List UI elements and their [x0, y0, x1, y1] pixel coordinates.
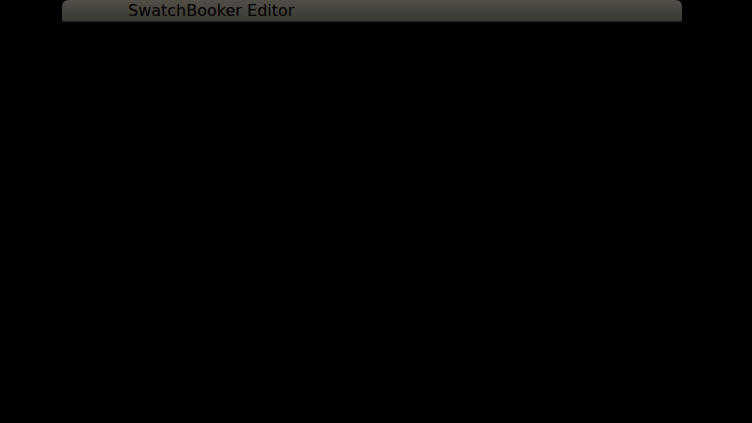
- license-input[interactable]: org/licenses/by-sa/3.0/: [62, 365, 138, 385]
- main-content: Information Title: ple swatch book l10n …: [62, 41, 682, 423]
- window-controls: [75, 4, 128, 17]
- license-label: License:: [62, 346, 682, 365]
- menu-view[interactable]: View: [89, 22, 127, 41]
- menubar: FileViewSettingsAbout: [62, 22, 682, 41]
- title-input[interactable]: ple swatch book: [62, 79, 136, 99]
- maximize-button[interactable]: [115, 4, 128, 17]
- menu-file[interactable]: File: [62, 22, 89, 41]
- color-profiles-header: Color profiles: [62, 385, 682, 404]
- title-label: Title:: [62, 60, 682, 79]
- rights-l10n-button[interactable]: l10n: [62, 327, 682, 346]
- minimize-button[interactable]: [95, 4, 108, 17]
- desktop-background: SwatchBooker Editor FileViewSettingsAbou…: [0, 0, 752, 423]
- rights-textarea[interactable]: © Olivier Berten, 2010 - Some Rights Res…: [62, 240, 179, 327]
- color-profile-item[interactable]: Fogra27L CMYK Coated Pr...: [62, 404, 183, 423]
- menu-settings[interactable]: Settings: [127, 22, 193, 41]
- menu-about[interactable]: About: [192, 22, 239, 41]
- description-textarea[interactable]: Here is an incomplete sample swatch book: [62, 137, 179, 202]
- close-button[interactable]: [75, 4, 88, 17]
- rights-label: Rights:: [62, 221, 682, 240]
- title-l10n-button[interactable]: l10n: [62, 99, 682, 118]
- window-title: SwatchBooker Editor: [128, 1, 294, 20]
- titlebar[interactable]: SwatchBooker Editor: [62, 0, 682, 22]
- description-label: Description:: [62, 118, 682, 137]
- color-profiles-list[interactable]: Fogra27L CMYK Coated Pr...: [62, 404, 183, 423]
- app-window: SwatchBooker Editor FileViewSettingsAbou…: [62, 0, 682, 417]
- information-header: Information: [62, 41, 682, 60]
